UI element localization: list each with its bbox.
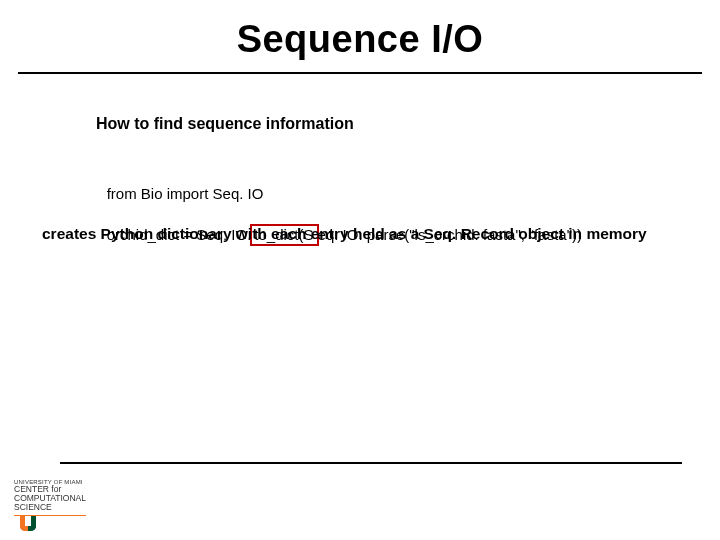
code-line-1: from Bio import Seq. IO bbox=[107, 185, 264, 202]
footer-logo-block: UNIVERSITY OF MIAMI CENTER for COMPUTATI… bbox=[14, 479, 134, 516]
section-heading: How to find sequence information bbox=[96, 115, 354, 133]
u-logo-icon bbox=[20, 516, 36, 531]
footer-rule bbox=[60, 462, 682, 464]
slide: Sequence I/O How to find sequence inform… bbox=[0, 0, 720, 540]
title-rule bbox=[18, 72, 702, 74]
footer-center-l3: SCIENCE bbox=[14, 502, 52, 512]
page-title: Sequence I/O bbox=[0, 18, 720, 61]
miami-u-logo bbox=[20, 516, 36, 531]
footer-center-name: CENTER for COMPUTATIONAL SCIENCE bbox=[14, 485, 86, 516]
code-snippet: from Bio import Seq. IO orchid_dict = Se… bbox=[90, 164, 582, 266]
description-text: creates Python dictionary with each entr… bbox=[42, 225, 647, 243]
